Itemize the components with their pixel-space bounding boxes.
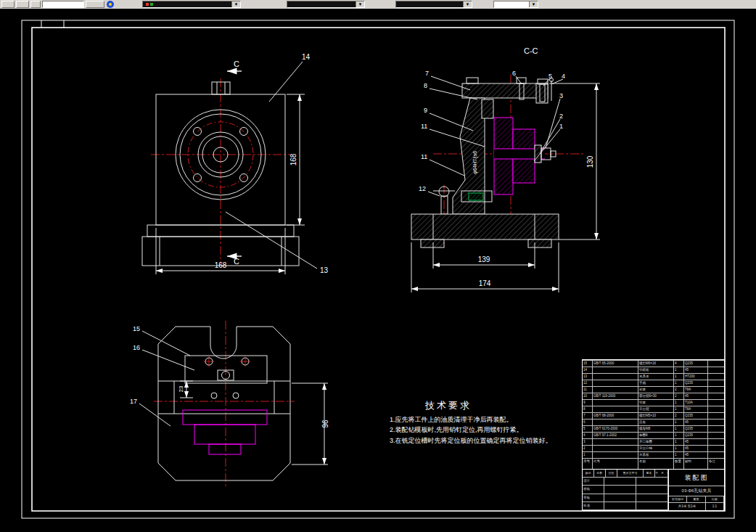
bom-row: 14钻模板145 (583, 367, 724, 373)
layer-combo[interactable]: ▼ (142, 1, 241, 8)
bom-cell-qty: 1 (674, 451, 684, 458)
bom-cell-code: GB/T 68-2000 (593, 412, 638, 419)
bom-cell-mat: 45 (684, 445, 708, 451)
sheet-count: 共1张 第1张 (669, 503, 706, 510)
toolbar-button[interactable] (16, 1, 29, 8)
balloon-9: 9 (424, 107, 427, 114)
bom-header-no: 序号 (583, 458, 593, 469)
top-view (139, 321, 328, 486)
bom-row: 9钻套1T10A (583, 399, 724, 406)
bom-cell-mat: 45 (684, 451, 708, 458)
bom-header-material: 材料 (684, 458, 708, 469)
front-view-text: C C 168 168 14 13 (215, 53, 329, 274)
balloon-8: 8 (424, 82, 427, 89)
bom-cell-name: 定位销 (638, 406, 674, 412)
bom-cell-mat: 45 (684, 419, 708, 425)
bom-row: 6压板145 (583, 419, 724, 425)
bom-cell-code: GB/T 97.1-2002 (593, 432, 638, 438)
title-block-left: 标记 处数 分区 更改文件号 签名 年、月、日 设计 校核 审核 批准 (583, 470, 669, 510)
bom-cell-qty: 1 (674, 445, 684, 451)
bom-cell-no: 2 (583, 445, 593, 451)
bom-cell-note (708, 419, 724, 425)
bom-cell-mat: Q235 (684, 412, 708, 419)
bom-cell-no: 7 (583, 412, 593, 419)
bom-cell-no: 4 (583, 432, 593, 438)
bom-cell-code: GB/T 119-2000 (593, 393, 638, 399)
dropdown-arrow-icon[interactable]: ▼ (356, 1, 364, 7)
bom-cell-code: GB/T 65-2000 (593, 360, 638, 367)
bom-cell-note (708, 399, 724, 406)
bom-cell-note (708, 451, 724, 458)
layers-icon[interactable] (107, 1, 114, 8)
dropdown-arrow-icon[interactable]: ▼ (529, 1, 538, 7)
chg-docno: 更改文件号 (617, 470, 644, 478)
bom-cell-name: 螺钉M6×16 (638, 360, 674, 367)
bom-cell-note (708, 393, 724, 399)
toolbar-button[interactable] (30, 1, 41, 8)
bom-cell-qty: 1 (674, 432, 684, 438)
bom-cell-note (708, 438, 724, 445)
bom-cell-name: 螺母M8 (638, 425, 674, 432)
tech-req-item-3: 3.在铣定位槽时先将定位板的位置确定再将定位销装好。 (390, 437, 552, 444)
bom-cell-code (593, 380, 638, 386)
section-view (411, 74, 600, 292)
dropdown-arrow-icon[interactable]: ▼ (231, 1, 240, 7)
bom-cell-qty: 1 (674, 425, 684, 432)
bom-cell-no: 11 (583, 386, 593, 393)
signature-rows: 设计 校核 审核 批准 (583, 478, 668, 510)
change-record-header: 标记 处数 分区 更改文件号 签名 年、月、日 (583, 470, 668, 478)
bom-cell-note (708, 412, 724, 419)
balloon-3: 3 (559, 92, 563, 99)
bom-cell-mat: HT200 (684, 373, 708, 380)
bom-cell-qty: 2 (674, 393, 684, 399)
chg-mark: 标记 (583, 470, 594, 478)
hidden-plate-outline (183, 410, 267, 454)
bom-header-name: 名称 (638, 458, 674, 469)
bom-row: 3开口垫圈145 (583, 438, 724, 445)
meta-labels: 阶段标记 重量 比例 (669, 496, 724, 503)
bom-cell-code (593, 438, 638, 445)
bom-cell-code (593, 367, 638, 373)
dim-139: 139 (478, 255, 490, 263)
bom-row: 7GB/T 68-2000螺钉M5×102Q235 (583, 412, 724, 419)
chg-date: 年、月、日 (655, 470, 668, 478)
bom-cell-mat: 45 (684, 367, 708, 373)
bom-header-note: 备注 (708, 458, 724, 469)
toolbar-button[interactable] (1, 1, 15, 8)
color-combo[interactable]: ▼ (287, 1, 365, 8)
dim-168-width: 168 (215, 261, 227, 269)
toolbar-button[interactable] (86, 1, 104, 8)
drawing-area[interactable]: C C 168 168 14 13 (0, 9, 756, 532)
balloon-15: 15 (133, 325, 140, 332)
balloon-16: 16 (133, 344, 140, 351)
bom-cell-mat: 45 (684, 438, 708, 445)
bom-cell-code: GB/T 6170-2000 (593, 425, 638, 432)
tech-req-item-2: 2.装配钻模板时,先用销钉定位,再用螺钉拧紧。 (390, 426, 523, 433)
lineweight-combo[interactable]: ▼ (493, 1, 538, 8)
balloon-6: 6 (512, 70, 516, 77)
toolbar-field[interactable] (42, 1, 84, 8)
bom-row: 1支承板145 (583, 451, 724, 458)
bom-cell-qty: 1 (674, 438, 684, 445)
bom-table: 15GB/T 65-2000螺钉M6×164Q23514钻模板14513夹具体1… (583, 360, 724, 469)
linetype-combo[interactable]: ▼ (395, 1, 472, 8)
bom-cell-code (593, 399, 638, 406)
balloon-14: 14 (302, 53, 311, 61)
bom-cell-note (708, 386, 724, 393)
bom-cell-mat: Q235 (684, 380, 708, 386)
bom-cell-mat: Q235 (684, 425, 708, 432)
drawing-title: 装配图 (669, 470, 724, 486)
bom-cell-name: 钻套 (638, 399, 674, 406)
bom-cell-code (593, 406, 638, 412)
scale-value: 1:1 (706, 503, 724, 510)
balloon-2: 2 (559, 112, 563, 120)
bom-cell-note (708, 367, 724, 373)
bom-cell-no: 10 (583, 393, 593, 399)
bom-cell-note (708, 432, 724, 438)
title-block-right: 装配图 03-Φ6孔钻夹具 阶段标记 重量 比例 共1张 第1张 1:1 (669, 470, 724, 510)
bom-row: 11衬套2T8A (583, 386, 724, 393)
bom-cell-mat: 45 (684, 393, 708, 399)
role-check: 校核 (583, 486, 604, 494)
bom-cell-note (708, 445, 724, 451)
dropdown-arrow-icon[interactable]: ▼ (463, 1, 472, 7)
